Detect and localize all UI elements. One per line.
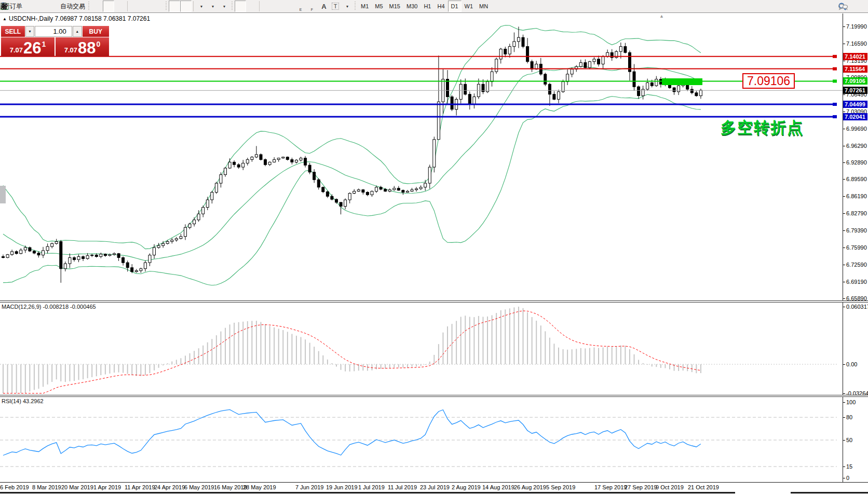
- indicators-button[interactable]: ▾: [195, 1, 207, 12]
- text-button[interactable]: A: [318, 1, 330, 12]
- macd-canvas[interactable]: [0, 303, 843, 395]
- candle-body: [295, 160, 298, 162]
- volume-input[interactable]: 1.00: [35, 26, 72, 37]
- shapes-button[interactable]: ▾: [341, 1, 352, 12]
- channel-button[interactable]: E: [295, 1, 307, 12]
- timeframe-m15-button[interactable]: M15: [386, 1, 403, 12]
- periods-button[interactable]: ▾: [207, 1, 218, 12]
- panel-splitter[interactable]: [0, 300, 868, 303]
- rsi-canvas[interactable]: [0, 397, 843, 482]
- candle-body: [558, 92, 560, 100]
- text-label-button[interactable]: T: [330, 1, 341, 12]
- time-axis: 6 Feb 20198 Mar 201920 Mar 20191 Apr 201…: [0, 482, 868, 492]
- date-label: 24 Apr 2019: [154, 484, 185, 490]
- rsi-tick-label: 100: [846, 399, 856, 405]
- collapse-arrow-icon[interactable]: ▲: [3, 17, 7, 21]
- buy-button[interactable]: BUY: [83, 26, 109, 37]
- date-label: 28 May 2019: [243, 484, 276, 490]
- crosshair-button[interactable]: [246, 1, 257, 12]
- sell-price-point: 1: [42, 40, 46, 48]
- vertical-line-button[interactable]: [261, 1, 273, 12]
- label-tool-icon: T: [332, 3, 340, 10]
- candle-body: [526, 47, 529, 62]
- macd-indicator-label: MACD(12,26,9) -0.008218 -0.000465: [2, 304, 96, 310]
- chart-shift-button[interactable]: [180, 1, 192, 12]
- candle-body: [64, 264, 66, 269]
- rsi-tick-label: 80: [846, 414, 852, 420]
- timeframe-d1-button[interactable]: D1: [448, 1, 462, 12]
- bollinger-bands: [3, 25, 701, 285]
- panel-splitter[interactable]: [0, 395, 868, 397]
- timeframe-w1-button[interactable]: W1: [462, 1, 477, 12]
- candle-body: [544, 74, 547, 84]
- timeframe-m30-button[interactable]: M30: [403, 1, 421, 12]
- zoom-out-button[interactable]: [141, 1, 152, 12]
- candle-body: [619, 47, 622, 52]
- turning-point-annotation[interactable]: 多空转折点: [721, 117, 804, 139]
- candle-body: [153, 248, 156, 255]
- timeframe-h1-button[interactable]: H1: [421, 1, 434, 12]
- current-price-label: 7.07261: [843, 87, 867, 94]
- gold-button[interactable]: [23, 1, 35, 12]
- macd-tick: [843, 364, 845, 365]
- price-tick-label: 6.69190: [846, 279, 867, 285]
- shapes-arrows-icon: [0, 2, 8, 10]
- candle-body: [144, 263, 146, 269]
- candle-body: [602, 57, 604, 64]
- sell-price-pips: 26: [23, 40, 41, 56]
- candle-body: [246, 160, 249, 163]
- bollinger-upper: [3, 25, 701, 249]
- zoom-in-button[interactable]: [129, 1, 141, 12]
- templates-button[interactable]: ▾: [218, 1, 229, 12]
- volume-increase-button[interactable]: ▴: [73, 26, 82, 37]
- sell-price-display[interactable]: 7.07261: [1, 37, 55, 57]
- auto-scroll-button[interactable]: [169, 1, 180, 12]
- candlestick-chart-button[interactable]: [103, 1, 114, 12]
- buy-price-display[interactable]: 7.07880: [56, 37, 109, 57]
- main-chart-canvas[interactable]: [0, 13, 843, 300]
- rsi-tick: [843, 417, 845, 418]
- candle-body: [468, 94, 471, 104]
- date-label: 1 Apr 2019: [93, 484, 121, 490]
- candle-body: [73, 258, 76, 260]
- bar-chart-button[interactable]: [91, 1, 103, 12]
- cursor-button[interactable]: [235, 1, 246, 12]
- timeframe-mn-button[interactable]: MN: [476, 1, 491, 12]
- signals-button[interactable]: [46, 1, 58, 12]
- level-lines: [0, 55, 843, 118]
- horizontal-line-button[interactable]: [273, 1, 284, 12]
- date-label: 9 Oct 2019: [656, 484, 684, 490]
- main-toolbar: 新订单 自动交易: [0, 0, 868, 13]
- price-tick: [843, 282, 845, 282]
- candle-body: [437, 102, 440, 140]
- terminal-button[interactable]: [35, 1, 46, 12]
- timeframe-m5-button[interactable]: M5: [372, 1, 386, 12]
- dropdown-caret-icon: ▾: [223, 4, 225, 9]
- date-label: 23 Jul 2019: [420, 484, 450, 490]
- volume-decrease-button[interactable]: ▾: [25, 26, 35, 37]
- candle-body: [37, 253, 40, 255]
- candle-body: [695, 93, 698, 96]
- tile-windows-button[interactable]: [152, 1, 164, 12]
- sell-button[interactable]: SELL: [1, 26, 25, 37]
- candle-body: [508, 47, 511, 54]
- candle-body: [95, 255, 98, 257]
- date-label: 11 Jul 2019: [388, 484, 417, 490]
- level-price-label: 7.11564: [843, 65, 867, 73]
- candle-body: [211, 193, 213, 200]
- price-tick: [843, 44, 845, 44]
- fibonacci-button[interactable]: F: [307, 1, 318, 12]
- candle-body: [393, 188, 396, 190]
- chat-button[interactable]: [853, 1, 865, 12]
- trendline-button[interactable]: [284, 1, 295, 12]
- auto-trading-button[interactable]: 自动交易: [58, 1, 86, 12]
- price-annotation-box[interactable]: 7.09106: [742, 73, 795, 89]
- line-chart-button[interactable]: [114, 1, 126, 12]
- candle-body: [335, 199, 338, 202]
- price-tick-label: 6.72590: [846, 262, 867, 268]
- candle-body: [419, 187, 422, 189]
- timeframe-m1-button[interactable]: M1: [358, 1, 372, 12]
- rsi-axis: 1008050150: [843, 397, 868, 482]
- timeframe-h4-button[interactable]: H4: [434, 1, 447, 12]
- bottom-scrollbar[interactable]: [0, 492, 735, 493]
